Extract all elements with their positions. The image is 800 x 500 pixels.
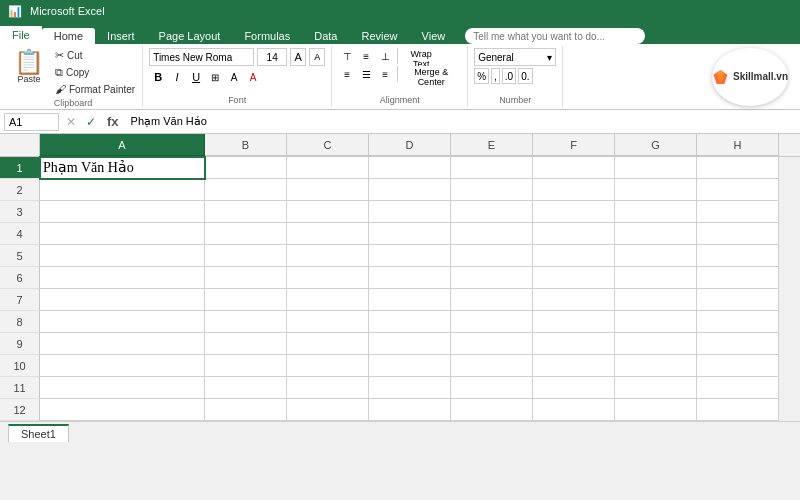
row-number-2[interactable]: 2 [0,179,40,201]
cell-E11[interactable] [451,377,533,399]
italic-button[interactable]: I [168,68,186,86]
cell-F3[interactable] [533,201,615,223]
font-decrease-button[interactable]: A [309,48,325,66]
cell-E10[interactable] [451,355,533,377]
align-left-button[interactable]: ≡ [338,66,356,82]
cell-B2[interactable] [205,179,287,201]
tab-data[interactable]: Data [302,28,349,44]
cell-E9[interactable] [451,333,533,355]
copy-button[interactable]: ⧉ Copy [52,65,138,80]
column-header-e[interactable]: E [451,134,533,156]
cell-D4[interactable] [369,223,451,245]
cell-G1[interactable] [615,157,697,179]
cell-E7[interactable] [451,289,533,311]
row-number-3[interactable]: 3 [0,201,40,223]
tab-insert[interactable]: Insert [95,28,147,44]
increase-decimal-button[interactable]: .0 [502,68,516,84]
underline-button[interactable]: U [187,68,205,86]
row-number-5[interactable]: 5 [0,245,40,267]
cell-D10[interactable] [369,355,451,377]
cell-D8[interactable] [369,311,451,333]
row-number-12[interactable]: 12 [0,399,40,421]
cell-F2[interactable] [533,179,615,201]
cell-D9[interactable] [369,333,451,355]
cell-B1[interactable] [205,157,287,179]
fill-color-button[interactable]: A [225,68,243,86]
cell-F4[interactable] [533,223,615,245]
cell-G8[interactable] [615,311,697,333]
cell-C3[interactable] [287,201,369,223]
formula-confirm-icon[interactable]: ✓ [83,115,99,129]
cell-H5[interactable] [697,245,779,267]
cell-H9[interactable] [697,333,779,355]
cell-H12[interactable] [697,399,779,421]
cell-C2[interactable] [287,179,369,201]
cell-B11[interactable] [205,377,287,399]
cell-F10[interactable] [533,355,615,377]
cell-A4[interactable] [40,223,205,245]
align-middle-button[interactable]: ≡ [357,48,375,64]
cell-G10[interactable] [615,355,697,377]
cell-B12[interactable] [205,399,287,421]
column-header-d[interactable]: D [369,134,451,156]
cell-G7[interactable] [615,289,697,311]
cell-A10[interactable] [40,355,205,377]
cell-A12[interactable] [40,399,205,421]
cell-C6[interactable] [287,267,369,289]
column-header-g[interactable]: G [615,134,697,156]
cell-G11[interactable] [615,377,697,399]
column-header-f[interactable]: F [533,134,615,156]
row-number-6[interactable]: 6 [0,267,40,289]
cell-B8[interactable] [205,311,287,333]
cell-F6[interactable] [533,267,615,289]
cell-G3[interactable] [615,201,697,223]
comma-button[interactable]: , [491,68,500,84]
cell-H4[interactable] [697,223,779,245]
number-format-dropdown-icon[interactable]: ▾ [547,52,552,63]
cell-H7[interactable] [697,289,779,311]
decrease-decimal-button[interactable]: 0. [518,68,532,84]
cell-H6[interactable] [697,267,779,289]
cell-C10[interactable] [287,355,369,377]
cell-D6[interactable] [369,267,451,289]
cell-H1[interactable] [697,157,779,179]
cell-E8[interactable] [451,311,533,333]
cell-F8[interactable] [533,311,615,333]
cell-D3[interactable] [369,201,451,223]
cell-G4[interactable] [615,223,697,245]
cell-D5[interactable] [369,245,451,267]
align-center-button[interactable]: ☰ [357,66,375,82]
cut-button[interactable]: ✂ Cut [52,48,138,63]
tab-review[interactable]: Review [349,28,409,44]
cell-H11[interactable] [697,377,779,399]
column-header-c[interactable]: C [287,134,369,156]
column-header-a[interactable]: A [40,134,205,156]
cell-G6[interactable] [615,267,697,289]
align-right-button[interactable]: ≡ [376,66,394,82]
formula-input[interactable] [127,116,796,128]
cell-H3[interactable] [697,201,779,223]
cell-E3[interactable] [451,201,533,223]
cell-B9[interactable] [205,333,287,355]
cell-E6[interactable] [451,267,533,289]
row-number-8[interactable]: 8 [0,311,40,333]
sheet-tab-1[interactable]: Sheet1 [8,424,69,442]
cell-H10[interactable] [697,355,779,377]
cell-A11[interactable] [40,377,205,399]
align-bottom-button[interactable]: ⊥ [376,48,394,64]
cell-B6[interactable] [205,267,287,289]
cell-G9[interactable] [615,333,697,355]
tab-page-layout[interactable]: Page Layout [147,28,233,44]
column-header-h[interactable]: H [697,134,779,156]
cell-C9[interactable] [287,333,369,355]
paste-button[interactable]: 📋 Paste [8,48,50,96]
cell-D2[interactable] [369,179,451,201]
cell-F11[interactable] [533,377,615,399]
cell-E12[interactable] [451,399,533,421]
cell-C11[interactable] [287,377,369,399]
cell-H8[interactable] [697,311,779,333]
align-top-button[interactable]: ⊤ [338,48,356,64]
cell-A8[interactable] [40,311,205,333]
formula-fx-icon[interactable]: fx [103,114,123,129]
cell-D1[interactable] [369,157,451,179]
